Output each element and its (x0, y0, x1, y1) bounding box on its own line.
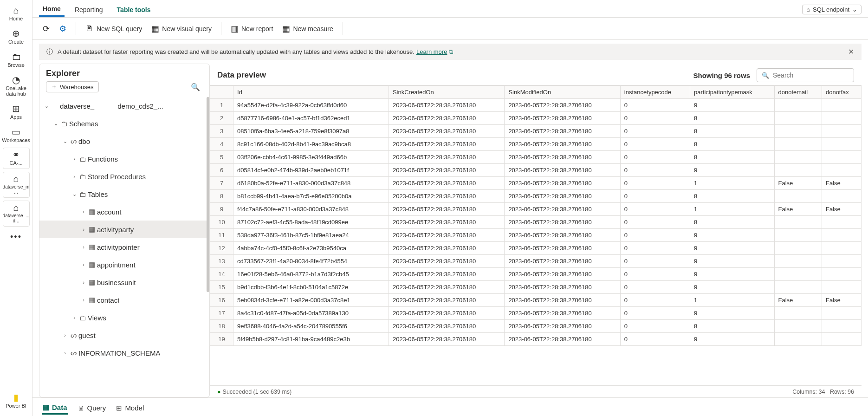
tree-connection[interactable]: ⌄ dataverse_demo_cds2_... (39, 97, 209, 115)
cell[interactable] (822, 268, 861, 281)
grid-wrap[interactable]: IdSinkCreatedOnSinkModifiedOninstancetyp… (210, 85, 862, 385)
cell[interactable]: cd733567-23f1-4a20-8034-8fe4f72b4554 (233, 255, 389, 268)
nav-home[interactable]: ⌂ Home (0, 3, 32, 26)
sql-endpoint-dropdown[interactable]: ⌂ SQL endpoint ⌄ (802, 5, 862, 14)
cell[interactable]: 0 (620, 268, 690, 281)
cell[interactable] (774, 281, 822, 294)
cell[interactable]: 2023-06-05T22:28:38.2706180 (389, 294, 504, 307)
cell[interactable] (822, 164, 861, 177)
table-row[interactable]: 6d05814cf-e0b2-474b-939d-2aeb0eb1071f202… (210, 164, 862, 177)
tree-table-businessunit[interactable]: › ▦ businessunit (39, 273, 209, 291)
cell[interactable] (822, 242, 861, 255)
tree-tables[interactable]: ⌄ 🗀 Tables (39, 185, 209, 203)
cell[interactable]: 1 (690, 294, 774, 307)
table-row[interactable]: 48c91c166-08db-402d-8b41-9ac39ac9bca8202… (210, 138, 862, 151)
tree-table-activitypointer[interactable]: › ▦ activitypointer (39, 238, 209, 256)
cell[interactable]: False (774, 294, 822, 307)
cell[interactable] (822, 125, 861, 138)
cell[interactable]: 2023-06-05T22:28:38.2706180 (389, 138, 504, 151)
column-header-rownum[interactable] (210, 86, 233, 99)
cell[interactable]: 2023-06-05T22:28:38.2706180 (389, 268, 504, 281)
nav-browse[interactable]: 🗀 Browse (0, 49, 32, 72)
cell[interactable]: 2023-06-05T22:28:38.2706180 (505, 190, 620, 203)
nav-onelake[interactable]: ◔ OneLake data hub (0, 72, 32, 101)
cell[interactable] (822, 151, 861, 164)
tab-table-tools[interactable]: Table tools (113, 3, 155, 16)
cell[interactable] (822, 320, 861, 333)
cell[interactable] (774, 255, 822, 268)
tree-stored-procedures[interactable]: › 🗀 Stored Procedures (39, 168, 209, 185)
cell[interactable]: d5877716-6986-40e1-ac57-bf1d362eced1 (233, 112, 389, 125)
table-row[interactable]: 178a4c31c0-fd87-47fa-a05d-0da57389a13020… (210, 307, 862, 320)
nav-apps[interactable]: ⊞ Apps (0, 101, 32, 124)
cell[interactable] (774, 99, 822, 112)
cell[interactable] (774, 307, 822, 320)
cell[interactable]: 8a4c31c0-fd87-47fa-a05d-0da57389a130 (233, 307, 389, 320)
settings-button[interactable]: ⚙ (55, 22, 70, 36)
nav-dataverse-m[interactable]: ⌂ dataverse_m ... (3, 172, 30, 198)
cell[interactable]: False (774, 177, 822, 190)
cell[interactable] (822, 112, 861, 125)
cell[interactable]: 9 (690, 281, 774, 294)
new-visual-query-button[interactable]: ▦ New visual query (148, 22, 215, 36)
cell[interactable]: 0 (620, 190, 690, 203)
column-header[interactable]: SinkModifiedOn (505, 86, 620, 99)
cell[interactable]: 8 (690, 125, 774, 138)
cell[interactable] (774, 216, 822, 229)
cell[interactable]: 2023-06-05T22:28:38.2706180 (505, 203, 620, 216)
cell[interactable]: 9 (690, 99, 774, 112)
bottom-tab-data[interactable]: ▦ Data (42, 401, 68, 415)
cell[interactable]: 0 (620, 203, 690, 216)
cell[interactable]: 2023-06-05T22:28:38.2706180 (389, 333, 504, 346)
tree-functions[interactable]: › 🗀 Functions (39, 150, 209, 168)
cell[interactable]: 0 (620, 320, 690, 333)
cell[interactable]: 8 (690, 320, 774, 333)
cell[interactable]: 2023-06-05T22:28:38.2706180 (389, 151, 504, 164)
cell[interactable]: 9eff3688-4046-4a2d-a54c-2047890555f6 (233, 320, 389, 333)
cell[interactable] (822, 229, 861, 242)
add-warehouses-button[interactable]: ＋ Warehouses (46, 81, 99, 92)
cell[interactable]: 2023-06-05T22:28:38.2706180 (505, 151, 620, 164)
cell[interactable] (822, 138, 861, 151)
nav-more[interactable]: ••• (0, 229, 32, 247)
table-row[interactable]: 1416e01f28-5eb6-46a0-8772-b1a7d3f2cb4520… (210, 268, 862, 281)
cell[interactable]: 9 (690, 255, 774, 268)
tree-schemas[interactable]: ⌄ 🗀 Schemas (39, 115, 209, 132)
tree-dbo[interactable]: ⌄ ᔕ dbo (39, 132, 209, 150)
cell[interactable]: 94a5547e-d2fa-4c39-922a-0cb63ffd0d60 (233, 99, 389, 112)
table-row[interactable]: 165eb0834d-3cfe-e711-a82e-000d3a37c8e120… (210, 294, 862, 307)
cell[interactable]: 08510f6a-6ba3-4ee5-a218-759e8f3097a8 (233, 125, 389, 138)
cell[interactable] (822, 281, 861, 294)
table-row[interactable]: 1087102c72-aef3-4c55-8ada-48f19cd099ee20… (210, 216, 862, 229)
cell[interactable]: 4abba74c-4cf0-45f0-8c6f-a2e73b9540ca (233, 242, 389, 255)
cell[interactable]: 2023-06-05T22:28:38.2706180 (505, 99, 620, 112)
learn-more-link[interactable]: Learn more (416, 48, 447, 55)
cell[interactable]: 0 (620, 294, 690, 307)
column-header[interactable]: instancetypecode (620, 86, 690, 99)
cell[interactable]: 8 (690, 138, 774, 151)
cell[interactable] (774, 333, 822, 346)
cell[interactable]: b9d1cdbb-f3b6-4e1f-8cb0-5104a1c5872e (233, 281, 389, 294)
cell[interactable]: 2023-06-05T22:28:38.2706180 (389, 216, 504, 229)
table-row[interactable]: 308510f6a-6ba3-4ee5-a218-759e8f3097a8202… (210, 125, 862, 138)
cell[interactable]: 2023-06-05T22:28:38.2706180 (505, 320, 620, 333)
cell[interactable]: 8 (690, 190, 774, 203)
cell[interactable]: 2023-06-05T22:28:38.2706180 (389, 255, 504, 268)
cell[interactable] (774, 320, 822, 333)
table-row[interactable]: 11538da977-36f3-461b-87c5-1bf9e81aea2420… (210, 229, 862, 242)
cell[interactable]: 0 (620, 99, 690, 112)
cell[interactable]: 87102c72-aef3-4c55-8ada-48f19cd099ee (233, 216, 389, 229)
table-row[interactable]: 503ff206e-cbb4-4c61-9985-3e3f449ad66b202… (210, 151, 862, 164)
cell[interactable]: 8 (690, 151, 774, 164)
cell[interactable]: 2023-06-05T22:28:38.2706180 (389, 307, 504, 320)
cell[interactable]: 2023-06-05T22:28:38.2706180 (505, 294, 620, 307)
cell[interactable]: 2023-06-05T22:28:38.2706180 (389, 164, 504, 177)
cell[interactable]: 2023-06-05T22:28:38.2706180 (505, 255, 620, 268)
nav-workspace-ca[interactable]: ⚭ CA-... (3, 148, 30, 169)
cell[interactable] (774, 229, 822, 242)
tree-table-account[interactable]: › ▦ account (39, 203, 209, 221)
cell[interactable]: 0 (620, 242, 690, 255)
cell[interactable]: 0 (620, 151, 690, 164)
column-header[interactable]: Id (233, 86, 389, 99)
cell[interactable] (822, 190, 861, 203)
